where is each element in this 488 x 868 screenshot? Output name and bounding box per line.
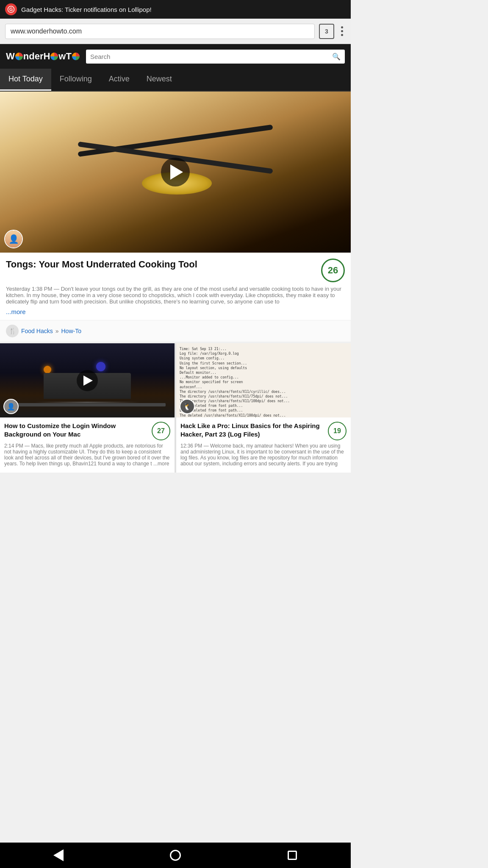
logo-text: wT [58, 51, 72, 62]
card-title[interactable]: Hack Like a Pro: Linux Basics for the As… [180, 422, 324, 438]
linux-text: Time: Sat Sep 13 21:... Log file: /var/l… [180, 347, 290, 417]
score-value: 26 [328, 265, 338, 276]
tab-hot-today[interactable]: Hot Today [0, 69, 51, 91]
card-title-row: Hack Like a Pro: Linux Basics for the As… [180, 422, 347, 440]
card-score: 19 [328, 422, 347, 440]
card-meta: 12:36 PM — Welcome back, my amateur hack… [180, 443, 347, 467]
hero-article: 👤 Tongs: Your Most Underrated Cooking To… [0, 92, 351, 342]
tag-food-hacks[interactable]: Food Hacks [21, 328, 53, 334]
card-play-button[interactable] [77, 370, 98, 391]
card-mac: 👤 How to Customize the Login Window Back… [0, 343, 175, 473]
tab-following[interactable]: Following [51, 69, 100, 91]
play-button[interactable] [161, 158, 190, 186]
svg-text:G: G [9, 7, 13, 12]
score-circle: 26 [321, 259, 345, 282]
browser-chrome: www.wonderhowto.com 3 [0, 19, 351, 44]
card-grid: 👤 How to Customize the Login Window Back… [0, 343, 351, 473]
play-icon [170, 164, 183, 180]
tag-icon: 🍴 [6, 325, 19, 337]
logo-o-icon [72, 53, 80, 60]
search-input[interactable] [90, 53, 329, 60]
article-tags: 🍴 Food Hacks » How-To [0, 320, 351, 342]
notification-text: Gadget Hacks: Ticker notifications on Lo… [21, 6, 152, 13]
card-mac-thumbnail[interactable]: 👤 [0, 343, 175, 417]
status-bar: G Gadget Hacks: Ticker notifications on … [0, 0, 351, 19]
avatar-image: 👤 [5, 231, 22, 248]
search-bar[interactable]: 🔍 [86, 50, 345, 64]
card-linux: Time: Sat Sep 13 21:... Log file: /var/l… [176, 343, 351, 473]
logo-text: W [6, 51, 15, 62]
menu-dot [341, 34, 343, 36]
tag-how-to[interactable]: How-To [61, 328, 81, 334]
read-more-link[interactable]: ...more [6, 308, 26, 315]
card-linux-body: Hack Like a Pro: Linux Basics for the As… [176, 417, 351, 473]
card-meta: 2:14 PM — Macs, like pretty much all App… [4, 443, 170, 467]
nav-tabs: Hot Today Following Active Newest [0, 69, 351, 92]
card-linux-avatar: 🐧 [180, 399, 195, 414]
card-title[interactable]: How to Customize the Login Window Backgr… [4, 422, 148, 438]
article-meta: Yesterday 1:38 PM — Don't leave your ton… [6, 286, 345, 305]
search-icon: 🔍 [332, 53, 341, 61]
tab-count-button[interactable]: 3 [319, 24, 334, 39]
card-linux-image: Time: Sat Sep 13 21:... Log file: /var/l… [176, 343, 351, 417]
browser-menu-button[interactable] [338, 24, 346, 39]
card-score: 27 [152, 422, 170, 440]
card-title-row: How to Customize the Login Window Backgr… [4, 422, 170, 440]
site-logo[interactable]: W nderH wT [6, 51, 80, 62]
site-header: W nderH wT 🔍 [0, 44, 351, 69]
logo-o-icon [50, 53, 58, 60]
hero-article-body: Tongs: Your Most Underrated Cooking Tool… [0, 253, 351, 320]
card-mac-body: How to Customize the Login Window Backgr… [0, 417, 175, 473]
notification-icon: G [5, 3, 17, 15]
tab-newest[interactable]: Newest [138, 69, 180, 91]
score-badge: 26 [321, 259, 345, 282]
menu-dot [341, 26, 343, 28]
hero-author-avatar: 👤 [4, 230, 23, 248]
hero-thumbnail[interactable]: 👤 [0, 92, 351, 253]
card-author-avatar: 👤 [3, 399, 19, 414]
logo-text: nderH [23, 51, 50, 62]
tab-active[interactable]: Active [100, 69, 138, 91]
tag-separator: » [55, 328, 59, 334]
card-play-icon [83, 376, 93, 386]
card-linux-thumbnail[interactable]: Time: Sat Sep 13 21:... Log file: /var/l… [176, 343, 351, 417]
article-title-row: Tongs: Your Most Underrated Cooking Tool… [6, 259, 345, 282]
article-title[interactable]: Tongs: Your Most Underrated Cooking Tool [6, 259, 317, 271]
menu-dot [341, 30, 343, 32]
address-bar[interactable]: www.wonderhowto.com [5, 24, 315, 39]
logo-o-icon [15, 53, 23, 60]
